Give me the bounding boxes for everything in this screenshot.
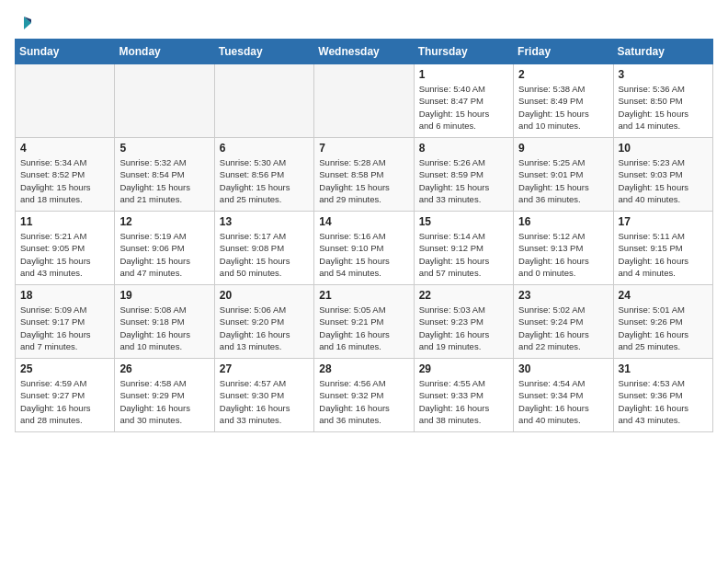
calendar-day: 7Sunrise: 5:28 AM Sunset: 8:58 PM Daylig… bbox=[314, 138, 414, 212]
day-info: Sunrise: 5:38 AM Sunset: 8:49 PM Dayligh… bbox=[518, 83, 608, 132]
day-info: Sunrise: 4:54 AM Sunset: 9:34 PM Dayligh… bbox=[518, 377, 608, 426]
calendar-header-wednesday: Wednesday bbox=[314, 40, 414, 64]
day-info: Sunrise: 5:14 AM Sunset: 9:12 PM Dayligh… bbox=[419, 230, 508, 279]
day-number: 28 bbox=[319, 362, 408, 375]
day-info: Sunrise: 4:55 AM Sunset: 9:33 PM Dayligh… bbox=[419, 377, 508, 426]
logo-icon bbox=[17, 15, 33, 31]
day-number: 8 bbox=[419, 142, 508, 155]
day-info: Sunrise: 4:53 AM Sunset: 9:36 PM Dayligh… bbox=[619, 377, 708, 426]
day-number: 29 bbox=[419, 362, 508, 375]
day-info: Sunrise: 5:06 AM Sunset: 9:20 PM Dayligh… bbox=[220, 304, 309, 352]
calendar-day: 5Sunrise: 5:32 AM Sunset: 8:54 PM Daylig… bbox=[115, 138, 214, 212]
day-number: 1 bbox=[419, 68, 508, 81]
calendar-week-row: 25Sunrise: 4:59 AM Sunset: 9:27 PM Dayli… bbox=[16, 359, 713, 432]
day-number: 13 bbox=[220, 215, 309, 228]
day-info: Sunrise: 5:21 AM Sunset: 9:05 PM Dayligh… bbox=[20, 230, 109, 279]
calendar-day: 12Sunrise: 5:19 AM Sunset: 9:06 PM Dayli… bbox=[115, 212, 214, 285]
calendar-day: 8Sunrise: 5:26 AM Sunset: 8:59 PM Daylig… bbox=[414, 138, 513, 212]
calendar-day: 9Sunrise: 5:25 AM Sunset: 9:01 PM Daylig… bbox=[514, 138, 613, 212]
calendar-week-row: 1Sunrise: 5:40 AM Sunset: 8:47 PM Daylig… bbox=[16, 64, 713, 138]
day-number: 21 bbox=[319, 289, 408, 302]
calendar-day bbox=[214, 64, 313, 138]
day-number: 7 bbox=[319, 142, 408, 155]
day-info: Sunrise: 4:59 AM Sunset: 9:27 PM Dayligh… bbox=[20, 377, 109, 426]
day-number: 5 bbox=[119, 142, 209, 155]
calendar-day: 16Sunrise: 5:12 AM Sunset: 9:13 PM Dayli… bbox=[514, 212, 613, 285]
day-info: Sunrise: 4:56 AM Sunset: 9:32 PM Dayligh… bbox=[319, 377, 408, 426]
day-info: Sunrise: 5:26 AM Sunset: 8:59 PM Dayligh… bbox=[419, 156, 508, 205]
day-number: 25 bbox=[20, 362, 109, 375]
day-number: 4 bbox=[20, 142, 109, 155]
calendar-week-row: 11Sunrise: 5:21 AM Sunset: 9:05 PM Dayli… bbox=[16, 212, 713, 285]
calendar-day: 20Sunrise: 5:06 AM Sunset: 9:20 PM Dayli… bbox=[214, 285, 313, 359]
calendar-day: 26Sunrise: 4:58 AM Sunset: 9:29 PM Dayli… bbox=[115, 359, 214, 432]
calendar-day: 14Sunrise: 5:16 AM Sunset: 9:10 PM Dayli… bbox=[314, 212, 414, 285]
day-number: 11 bbox=[20, 215, 109, 228]
calendar-day: 4Sunrise: 5:34 AM Sunset: 8:52 PM Daylig… bbox=[16, 138, 115, 212]
day-number: 3 bbox=[619, 68, 708, 81]
calendar-header-sunday: Sunday bbox=[16, 40, 115, 64]
day-info: Sunrise: 5:36 AM Sunset: 8:50 PM Dayligh… bbox=[619, 83, 708, 132]
calendar-day: 27Sunrise: 4:57 AM Sunset: 9:30 PM Dayli… bbox=[214, 359, 313, 432]
day-info: Sunrise: 5:05 AM Sunset: 9:21 PM Dayligh… bbox=[319, 304, 408, 352]
day-info: Sunrise: 4:58 AM Sunset: 9:29 PM Dayligh… bbox=[119, 377, 209, 426]
calendar-header-thursday: Thursday bbox=[414, 40, 513, 64]
day-info: Sunrise: 5:34 AM Sunset: 8:52 PM Dayligh… bbox=[20, 156, 109, 205]
calendar-day: 28Sunrise: 4:56 AM Sunset: 9:32 PM Dayli… bbox=[314, 359, 414, 432]
calendar-day: 2Sunrise: 5:38 AM Sunset: 8:49 PM Daylig… bbox=[514, 64, 613, 138]
day-info: Sunrise: 5:09 AM Sunset: 9:17 PM Dayligh… bbox=[20, 304, 109, 352]
day-number: 14 bbox=[319, 215, 408, 228]
day-number: 19 bbox=[119, 289, 209, 302]
day-info: Sunrise: 5:12 AM Sunset: 9:13 PM Dayligh… bbox=[518, 230, 608, 279]
calendar-day: 25Sunrise: 4:59 AM Sunset: 9:27 PM Dayli… bbox=[16, 359, 115, 432]
day-number: 12 bbox=[119, 215, 209, 228]
day-number: 30 bbox=[518, 362, 608, 375]
day-number: 24 bbox=[619, 289, 708, 302]
day-info: Sunrise: 5:16 AM Sunset: 9:10 PM Dayligh… bbox=[319, 230, 408, 279]
calendar-day: 19Sunrise: 5:08 AM Sunset: 9:18 PM Dayli… bbox=[115, 285, 214, 359]
day-number: 9 bbox=[518, 142, 608, 155]
calendar-header-saturday: Saturday bbox=[613, 40, 712, 64]
calendar-day bbox=[314, 64, 414, 138]
calendar-day: 6Sunrise: 5:30 AM Sunset: 8:56 PM Daylig… bbox=[214, 138, 313, 212]
calendar-header-tuesday: Tuesday bbox=[214, 40, 313, 64]
calendar-day: 30Sunrise: 4:54 AM Sunset: 9:34 PM Dayli… bbox=[514, 359, 613, 432]
day-info: Sunrise: 5:17 AM Sunset: 9:08 PM Dayligh… bbox=[220, 230, 309, 279]
calendar-table: SundayMondayTuesdayWednesdayThursdayFrid… bbox=[15, 39, 713, 432]
calendar-day: 17Sunrise: 5:11 AM Sunset: 9:15 PM Dayli… bbox=[613, 212, 712, 285]
day-info: Sunrise: 5:01 AM Sunset: 9:26 PM Dayligh… bbox=[619, 304, 708, 352]
calendar-day: 18Sunrise: 5:09 AM Sunset: 9:17 PM Dayli… bbox=[16, 285, 115, 359]
calendar-day: 1Sunrise: 5:40 AM Sunset: 8:47 PM Daylig… bbox=[414, 64, 513, 138]
calendar-week-row: 4Sunrise: 5:34 AM Sunset: 8:52 PM Daylig… bbox=[16, 138, 713, 212]
day-info: Sunrise: 5:30 AM Sunset: 8:56 PM Dayligh… bbox=[220, 156, 309, 205]
calendar-week-row: 18Sunrise: 5:09 AM Sunset: 9:17 PM Dayli… bbox=[16, 285, 713, 359]
calendar-day: 3Sunrise: 5:36 AM Sunset: 8:50 PM Daylig… bbox=[613, 64, 712, 138]
calendar-day: 31Sunrise: 4:53 AM Sunset: 9:36 PM Dayli… bbox=[613, 359, 712, 432]
day-number: 17 bbox=[619, 215, 708, 228]
calendar-day bbox=[115, 64, 214, 138]
page-header bbox=[15, 15, 713, 31]
day-number: 2 bbox=[518, 68, 608, 81]
calendar-header-row: SundayMondayTuesdayWednesdayThursdayFrid… bbox=[16, 40, 713, 64]
day-info: Sunrise: 5:19 AM Sunset: 9:06 PM Dayligh… bbox=[119, 230, 209, 279]
calendar-day: 23Sunrise: 5:02 AM Sunset: 9:24 PM Dayli… bbox=[514, 285, 613, 359]
day-number: 31 bbox=[619, 362, 708, 375]
day-info: Sunrise: 5:02 AM Sunset: 9:24 PM Dayligh… bbox=[518, 304, 608, 352]
calendar-day: 21Sunrise: 5:05 AM Sunset: 9:21 PM Dayli… bbox=[314, 285, 414, 359]
day-info: Sunrise: 5:23 AM Sunset: 9:03 PM Dayligh… bbox=[619, 156, 708, 205]
day-number: 23 bbox=[518, 289, 608, 302]
calendar-day: 22Sunrise: 5:03 AM Sunset: 9:23 PM Dayli… bbox=[414, 285, 513, 359]
day-info: Sunrise: 5:40 AM Sunset: 8:47 PM Dayligh… bbox=[419, 83, 508, 132]
day-info: Sunrise: 5:28 AM Sunset: 8:58 PM Dayligh… bbox=[319, 156, 408, 205]
day-number: 6 bbox=[220, 142, 309, 155]
day-number: 27 bbox=[220, 362, 309, 375]
logo bbox=[15, 15, 33, 31]
calendar-day: 24Sunrise: 5:01 AM Sunset: 9:26 PM Dayli… bbox=[613, 285, 712, 359]
day-number: 26 bbox=[119, 362, 209, 375]
day-info: Sunrise: 5:08 AM Sunset: 9:18 PM Dayligh… bbox=[119, 304, 209, 352]
day-info: Sunrise: 5:03 AM Sunset: 9:23 PM Dayligh… bbox=[419, 304, 508, 352]
day-info: Sunrise: 5:25 AM Sunset: 9:01 PM Dayligh… bbox=[518, 156, 608, 205]
day-number: 16 bbox=[518, 215, 608, 228]
day-number: 22 bbox=[419, 289, 508, 302]
calendar-day: 15Sunrise: 5:14 AM Sunset: 9:12 PM Dayli… bbox=[414, 212, 513, 285]
